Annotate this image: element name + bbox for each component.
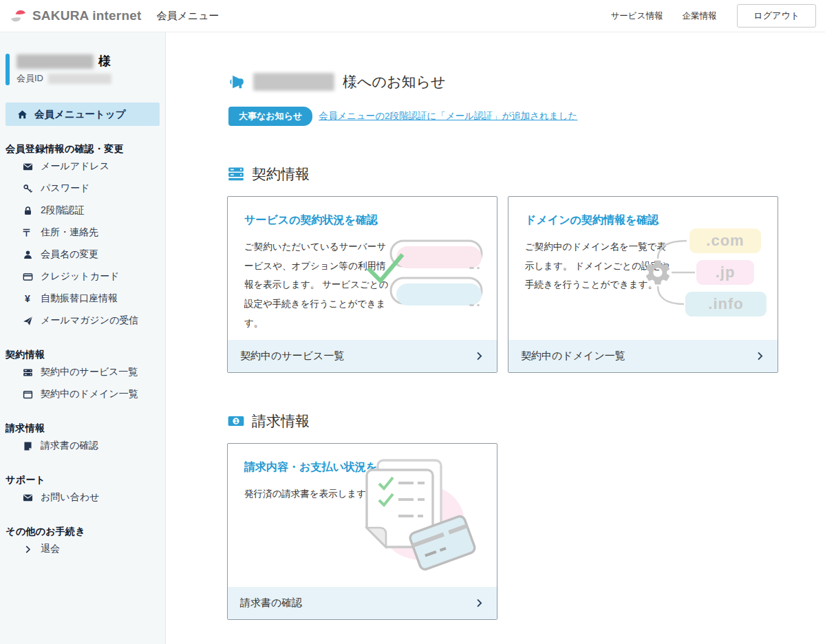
honorific-label: 様 — [98, 53, 111, 69]
megaphone-icon — [227, 73, 245, 91]
header-nav: サービス情報 企業情報 ログアウト — [611, 4, 816, 28]
sidebar-item-label: 会員メニュートップ — [34, 108, 126, 121]
nav-service-info[interactable]: サービス情報 — [611, 10, 663, 22]
top-header: SAKURA internet 会員メニュー サービス情報 企業情報 ログアウト — [0, 0, 825, 32]
sidebar-section: サポートお問い合わせ — [0, 474, 165, 508]
server-icon — [22, 367, 33, 378]
user-accent-bar — [6, 54, 10, 85]
envelope-icon — [22, 161, 33, 172]
sidebar-item[interactable]: メールアドレス — [0, 155, 165, 178]
important-notice-badge: 大事なお知らせ — [228, 107, 312, 126]
card-description: 発行済の請求書を表示します。 — [244, 484, 480, 504]
service-list-link[interactable]: 契約中のサービス一覧 — [228, 340, 497, 372]
domain-contract-card: ドメインの契約情報を確認 ご契約中のドメイン名を一覧で表示します。 ドメインごと… — [508, 196, 778, 373]
card-description: ご契約いただいているサーバーサービスや、オプション等の利用情報を表示します。 サ… — [244, 237, 390, 332]
sidebar-section: その他のお手続き退会 — [0, 526, 165, 560]
sidebar-item[interactable]: 請求書の確認 — [0, 435, 165, 457]
sidebar-item[interactable]: 会員名の変更 — [0, 244, 165, 266]
announcement-title: 様へのお知らせ — [343, 72, 445, 92]
yen-icon: ¥ — [22, 293, 33, 304]
domain-list-link[interactable]: 契約中のドメイン一覧 — [508, 340, 778, 372]
sidebar-section-heading: その他のお手続き — [0, 526, 165, 538]
invoice-illustration — [332, 458, 480, 580]
envelope-icon — [22, 492, 33, 503]
invoice-icon — [22, 440, 33, 451]
sidebar-section-heading: サポート — [0, 474, 165, 486]
sidebar-item[interactable]: 〒住所・連絡先 — [0, 222, 165, 244]
announcement-link[interactable]: 会員メニューの2段階認証に「メール認証」が追加されました — [319, 110, 577, 122]
sidebar-item-label: 会員名の変更 — [41, 248, 98, 261]
page-title: 会員メニュー — [157, 10, 219, 23]
sidebar-section-heading: 請求情報 — [0, 422, 165, 435]
sidebar-section: 契約情報契約中のサービス一覧契約中のドメイン一覧 — [0, 349, 165, 405]
section-title: 契約情報 — [252, 164, 310, 184]
card-footer-label: 請求書の確認 — [240, 597, 302, 610]
logout-button[interactable]: ログアウト — [737, 4, 816, 28]
chevron-right-icon — [474, 351, 484, 361]
member-id-label: 会員ID — [17, 72, 43, 85]
person-icon — [22, 249, 33, 260]
sidebar-section: 会員登録情報の確認・変更メールアドレスパスワード2段階認証〒住所・連絡先会員名の… — [0, 143, 165, 332]
sidebar-item-label: クレジットカード — [41, 270, 119, 283]
banknote-icon: 1 — [227, 412, 245, 430]
contract-section-heading: 契約情報 — [227, 164, 825, 184]
sidebar-item-label: 退会 — [41, 543, 60, 555]
sidebar-section-heading: 契約情報 — [0, 349, 165, 361]
main-content: 様へのお知らせ 大事なお知らせ 会員メニューの2段階認証に「メール認証」が追加さ… — [166, 32, 825, 644]
paper-plane-icon — [22, 315, 33, 326]
svg-text:1: 1 — [234, 418, 237, 425]
nav-company-info[interactable]: 企業情報 — [682, 10, 716, 22]
chevron-right-icon — [22, 544, 33, 555]
sidebar-item-label: メールマガジンの受信 — [41, 314, 138, 327]
announcement-row: 大事なお知らせ 会員メニューの2段階認証に「メール認証」が追加されました — [227, 107, 825, 126]
sidebar-section-heading: 会員登録情報の確認・変更 — [0, 143, 165, 155]
sakura-logo-icon — [9, 7, 28, 25]
chevron-right-icon — [474, 598, 484, 608]
sidebar-item[interactable]: お問い合わせ — [0, 486, 165, 508]
tld-pill-com: .com — [689, 228, 761, 253]
server-stack-icon — [227, 165, 245, 183]
credit-card-icon — [22, 271, 33, 282]
sidebar-item[interactable]: 契約中のサービス一覧 — [0, 361, 165, 383]
sidebar-item-label: 2段階認証 — [41, 204, 85, 217]
sidebar: 様 会員ID 会員メニュートップ 会員登録情報の確認・変更メールアドレスパスワー… — [0, 32, 166, 644]
sidebar-item[interactable]: クレジットカード — [0, 266, 165, 288]
sidebar-item[interactable]: ¥自動振替口座情報 — [0, 288, 165, 310]
sidebar-item-label: メールアドレス — [41, 160, 109, 173]
card-title: ドメインの契約情報を確認 — [525, 213, 761, 228]
sidebar-item-label: 住所・連絡先 — [41, 226, 98, 239]
lock-icon — [22, 205, 33, 216]
sidebar-item-label: 契約中のドメイン一覧 — [41, 388, 138, 400]
sidebar-item[interactable]: 2段階認証 — [0, 200, 165, 222]
key-icon — [22, 183, 33, 194]
redacted-member-name — [17, 54, 94, 69]
billing-section-heading: 1 請求情報 — [227, 411, 825, 431]
sidebar-item-label: パスワード — [41, 182, 89, 195]
card-description: ご契約中のドメイン名を一覧で表示します。 ドメインごとの設定や手続きを行うことが… — [525, 237, 671, 294]
redacted-member-id — [48, 74, 111, 84]
service-contract-card: サービスの契約状況を確認 ご契約いただいているサーバーサービスや、オプション等の… — [227, 196, 497, 373]
sidebar-item[interactable]: メールマガジンの受信 — [0, 310, 165, 332]
sidebar-section: 請求情報請求書の確認 — [0, 422, 165, 457]
announcement-heading: 様へのお知らせ — [227, 72, 825, 92]
postal-mark-icon: 〒 — [22, 227, 33, 238]
sidebar-item[interactable]: 退会 — [0, 538, 165, 560]
browser-window-icon — [22, 389, 33, 400]
sidebar-item-label: 自動振替口座情報 — [41, 292, 118, 305]
chevron-right-icon — [755, 351, 765, 361]
home-icon — [17, 109, 28, 120]
brand-text: SAKURA internet — [32, 8, 142, 23]
card-title: サービスの契約状況を確認 — [244, 213, 480, 228]
sidebar-item[interactable]: 契約中のドメイン一覧 — [0, 383, 165, 405]
billing-card: 請求内容・お支払い状況を確認 発行済の請求書を表示します。 — [227, 443, 497, 620]
sidebar-item[interactable]: パスワード — [0, 178, 165, 200]
invoice-check-link[interactable]: 請求書の確認 — [228, 587, 497, 619]
sakura-logo: SAKURA internet — [9, 7, 142, 25]
section-title: 請求情報 — [252, 411, 310, 431]
sidebar-item-label: お問い合わせ — [41, 491, 99, 504]
user-block: 様 会員ID — [0, 53, 165, 85]
sidebar-item-member-menu-top[interactable]: 会員メニュートップ — [6, 103, 160, 126]
card-footer-label: 契約中のドメイン一覧 — [521, 350, 625, 363]
sidebar-item-label: 契約中のサービス一覧 — [41, 366, 138, 378]
redacted-member-name — [253, 73, 334, 91]
